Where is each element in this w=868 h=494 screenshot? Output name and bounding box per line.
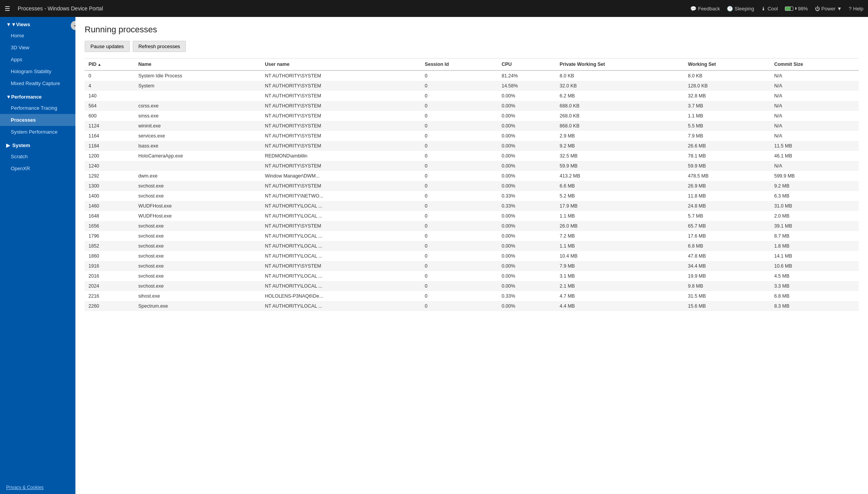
- cell-3: 0: [421, 301, 498, 311]
- sidebar-system-header[interactable]: ▶ System: [0, 138, 75, 151]
- table-row[interactable]: 1796svchost.exeNT AUTHORITY\LOCAL ...00.…: [85, 231, 859, 241]
- table-row[interactable]: 1124wininit.exeNT AUTHORITY\SYSTEM00.00%…: [85, 121, 859, 131]
- sidebar-item-apps[interactable]: Apps: [0, 54, 75, 65]
- table-row[interactable]: 2216sihost.exeHOLOLENS-P3NAQ6\De...00.33…: [85, 291, 859, 301]
- cell-1: svchost.exe: [134, 221, 261, 231]
- battery-tip: [795, 7, 796, 10]
- cell-3: 0: [421, 171, 498, 181]
- cell-5: 2.9 MB: [556, 131, 684, 141]
- table-row[interactable]: 1460WUDFHost.exeNT AUTHORITY\LOCAL ...00…: [85, 201, 859, 211]
- sidebar-item-performance-tracing[interactable]: Performance Tracing: [0, 102, 75, 114]
- table-row[interactable]: 1916svchost.exeNT AUTHORITY\SYSTEM00.00%…: [85, 261, 859, 271]
- table-row[interactable]: 1292dwm.exeWindow Manager\DWM...00.00%41…: [85, 171, 859, 181]
- cool-button[interactable]: 🌡 Cool: [761, 6, 778, 12]
- col-private-ws[interactable]: Private Working Set: [556, 59, 684, 70]
- cell-2: NT AUTHORITY\SYSTEM: [261, 91, 421, 101]
- table-row[interactable]: 1852svchost.exeNT AUTHORITY\LOCAL ...00.…: [85, 241, 859, 251]
- cell-0: 4: [85, 81, 134, 91]
- cell-4: 0.00%: [498, 101, 556, 111]
- table-row[interactable]: 1200HoloCameraApp.exeREDMOND\ambillin00.…: [85, 151, 859, 161]
- cell-7: 46.1 MB: [770, 151, 859, 161]
- cell-1: wininit.exe: [134, 121, 261, 131]
- col-sessionid[interactable]: Session Id: [421, 59, 498, 70]
- content-area: Running processes Pause updates Refresh …: [75, 17, 868, 494]
- help-icon: ?: [849, 6, 851, 12]
- feedback-button[interactable]: 💬 Feedback: [690, 6, 720, 12]
- sidebar-item-processes[interactable]: Processes: [0, 114, 75, 126]
- sidebar-item-mixed-reality-capture[interactable]: Mixed Reality Capture: [0, 77, 75, 89]
- cell-3: 0: [421, 191, 498, 201]
- toolbar: Pause updates Refresh processes: [85, 41, 859, 52]
- cell-1: svchost.exe: [134, 261, 261, 271]
- cell-1: svchost.exe: [134, 191, 261, 201]
- sidebar-item-system-performance[interactable]: System Performance: [0, 126, 75, 138]
- sidebar-performance-header[interactable]: ▼ Performance: [0, 89, 75, 102]
- table-row[interactable]: 1400svchost.exeNT AUTHORITY\NETWO...00.3…: [85, 191, 859, 201]
- table-row[interactable]: 2024svchost.exeNT AUTHORITY\LOCAL ...00.…: [85, 281, 859, 291]
- content-inner: Running processes Pause updates Refresh …: [75, 17, 868, 494]
- table-row[interactable]: 600smss.exeNT AUTHORITY\SYSTEM00.00%268.…: [85, 111, 859, 121]
- cell-3: 0: [421, 81, 498, 91]
- table-row[interactable]: 2260Spectrum.exeNT AUTHORITY\LOCAL ...00…: [85, 301, 859, 311]
- cell-5: 32.5 MB: [556, 151, 684, 161]
- table-row[interactable]: 564csrss.exeNT AUTHORITY\SYSTEM00.00%688…: [85, 101, 859, 111]
- battery-icon: [785, 7, 793, 11]
- cell-5: 17.9 MB: [556, 201, 684, 211]
- cell-5: 268.0 KB: [556, 111, 684, 121]
- performance-arrow-icon: ▼: [6, 94, 11, 100]
- cell-6: 78.1 MB: [684, 151, 770, 161]
- table-row[interactable]: 140NT AUTHORITY\SYSTEM00.00%6.2 MB32.8 M…: [85, 91, 859, 101]
- cell-7: N/A: [770, 131, 859, 141]
- col-pid[interactable]: PID: [85, 59, 134, 70]
- cell-0: 1460: [85, 201, 134, 211]
- col-cpu[interactable]: CPU: [498, 59, 556, 70]
- page-title: Running processes: [85, 25, 859, 35]
- cell-2: NT AUTHORITY\LOCAL ...: [261, 251, 421, 261]
- sidebar-item-home[interactable]: Home: [0, 30, 75, 42]
- sidebar-item-openxr[interactable]: OpenXR: [0, 162, 75, 174]
- table-row[interactable]: 1184lsass.exeNT AUTHORITY\SYSTEM00.00%9.…: [85, 141, 859, 151]
- cell-3: 0: [421, 241, 498, 251]
- cell-2: NT AUTHORITY\SYSTEM: [261, 181, 421, 191]
- power-button[interactable]: ⏻ Power ▼: [815, 6, 842, 12]
- col-username[interactable]: User name: [261, 59, 421, 70]
- hamburger-icon[interactable]: ☰: [5, 5, 10, 12]
- col-name[interactable]: Name: [134, 59, 261, 70]
- sidebar-item-3dview[interactable]: 3D View: [0, 42, 75, 54]
- cell-5: 3.1 MB: [556, 271, 684, 281]
- pause-updates-button[interactable]: Pause updates: [85, 41, 130, 52]
- sleeping-button[interactable]: 🕐 Sleeping: [727, 6, 754, 12]
- table-row[interactable]: 1656svchost.exeNT AUTHORITY\SYSTEM00.00%…: [85, 221, 859, 231]
- table-row[interactable]: 1648WUDFHost.exeNT AUTHORITY\LOCAL ...00…: [85, 211, 859, 221]
- sidebar-views-header[interactable]: ▼ ▼Views: [0, 17, 75, 30]
- cell-4: 0.00%: [498, 241, 556, 251]
- cell-2: NT AUTHORITY\SYSTEM: [261, 131, 421, 141]
- table-row[interactable]: 2016svchost.exeNT AUTHORITY\LOCAL ...00.…: [85, 271, 859, 281]
- table-row[interactable]: 1164services.exeNT AUTHORITY\SYSTEM00.00…: [85, 131, 859, 141]
- table-row[interactable]: 1300svchost.exeNT AUTHORITY\SYSTEM00.00%…: [85, 181, 859, 191]
- sidebar-item-hologram-stability[interactable]: Hologram Stability: [0, 65, 75, 77]
- sidebar-item-scratch[interactable]: Scratch: [0, 151, 75, 162]
- privacy-cookies-link[interactable]: Privacy & Cookies: [0, 481, 75, 494]
- col-commit[interactable]: Commit Size: [770, 59, 859, 70]
- power-icon: ⏻: [815, 6, 820, 12]
- help-button[interactable]: ? Help: [849, 6, 863, 12]
- cell-1: WUDFHost.exe: [134, 201, 261, 211]
- table-row[interactable]: 1860svchost.exeNT AUTHORITY\LOCAL ...00.…: [85, 251, 859, 261]
- cell-6: 3.7 MB: [684, 101, 770, 111]
- table-row[interactable]: 4SystemNT AUTHORITY\SYSTEM014.58%32.0 KB…: [85, 81, 859, 91]
- cell-5: 6.2 MB: [556, 91, 684, 101]
- system-arrow-icon: ▶: [6, 142, 10, 148]
- cell-5: 5.2 MB: [556, 191, 684, 201]
- col-ws[interactable]: Working Set: [684, 59, 770, 70]
- table-row[interactable]: 1240NT AUTHORITY\SYSTEM00.00%59.9 MB59.9…: [85, 161, 859, 171]
- cell-3: 0: [421, 291, 498, 301]
- cell-0: 1860: [85, 251, 134, 261]
- refresh-processes-button[interactable]: Refresh processes: [133, 41, 186, 52]
- table-row[interactable]: 0System Idle ProcessNT AUTHORITY\SYSTEM0…: [85, 70, 859, 81]
- cell-3: 0: [421, 70, 498, 81]
- cell-2: NT AUTHORITY\SYSTEM: [261, 221, 421, 231]
- cell-3: 0: [421, 281, 498, 291]
- cell-6: 24.8 MB: [684, 201, 770, 211]
- cell-1: Spectrum.exe: [134, 301, 261, 311]
